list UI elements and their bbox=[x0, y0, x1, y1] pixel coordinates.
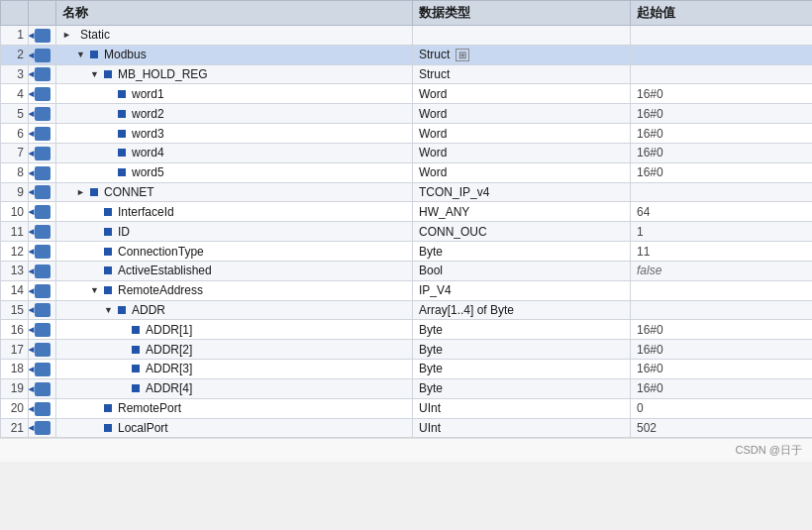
db-icon: ◄ bbox=[35, 29, 51, 43]
row-name-cell[interactable]: word1 bbox=[56, 84, 413, 104]
expand-arrow-icon[interactable]: ► bbox=[76, 187, 88, 197]
row-icon-cell: ◄ bbox=[29, 398, 56, 418]
row-name-cell[interactable]: ADDR[2] bbox=[56, 340, 413, 360]
col-header-num bbox=[1, 1, 29, 26]
row-icon-cell: ◄ bbox=[29, 162, 56, 182]
row-type-cell: Byte bbox=[413, 242, 631, 262]
db-icon: ◄ bbox=[35, 147, 51, 160]
var-name: Static bbox=[80, 28, 110, 42]
row-icon-cell: ◄ bbox=[29, 84, 56, 104]
col-header-type: 数据类型 bbox=[413, 1, 631, 26]
row-name-cell[interactable]: ADDR[1] bbox=[56, 320, 413, 340]
row-init-cell: 16#0 bbox=[631, 360, 813, 379]
db-icon: ◄ bbox=[35, 284, 51, 298]
expand-arrow-icon[interactable]: ► bbox=[62, 30, 74, 40]
row-num: 14 bbox=[1, 280, 29, 300]
row-type-cell: Byte bbox=[413, 378, 631, 398]
row-num: 10 bbox=[1, 202, 29, 222]
row-type-cell: UInt bbox=[413, 398, 631, 418]
var-name: word3 bbox=[132, 127, 164, 141]
row-init-cell: 16#0 bbox=[631, 124, 813, 144]
var-name: ADDR[2] bbox=[146, 343, 192, 357]
var-name: word5 bbox=[132, 165, 164, 179]
row-type-cell: Word bbox=[413, 162, 631, 182]
expand-arrow-icon[interactable]: ▼ bbox=[90, 69, 102, 79]
row-num: 8 bbox=[1, 162, 29, 182]
var-type-icon bbox=[90, 51, 98, 58]
row-name-cell[interactable]: ActiveEstablished bbox=[56, 261, 413, 280]
table-body: 1◄►Static2◄▼ModbusStruct⊞3◄▼MB_HOLD_REGS… bbox=[1, 26, 813, 438]
row-name-cell[interactable]: ►CONNET bbox=[56, 182, 413, 202]
row-name-cell[interactable]: word3 bbox=[56, 124, 413, 144]
row-icon-cell: ◄ bbox=[29, 320, 56, 340]
var-type-icon bbox=[118, 130, 126, 138]
row-name-cell[interactable]: word2 bbox=[56, 104, 413, 124]
row-num: 2 bbox=[1, 45, 29, 64]
row-init-cell bbox=[631, 300, 813, 320]
row-num: 19 bbox=[1, 378, 29, 398]
var-name: ID bbox=[118, 225, 130, 239]
row-icon-cell: ◄ bbox=[29, 64, 56, 84]
row-name-cell[interactable]: ADDR[4] bbox=[56, 378, 413, 398]
row-num: 20 bbox=[1, 398, 29, 418]
row-name-cell[interactable]: word4 bbox=[56, 143, 413, 162]
row-icon-cell: ◄ bbox=[29, 45, 56, 64]
db-icon: ◄ bbox=[35, 107, 51, 121]
var-type-icon bbox=[90, 188, 98, 196]
var-type-icon bbox=[118, 168, 126, 176]
row-name-cell[interactable]: word5 bbox=[56, 162, 413, 182]
row-name-cell[interactable]: ▼Modbus bbox=[56, 45, 413, 64]
row-num: 4 bbox=[1, 84, 29, 104]
row-icon-cell: ◄ bbox=[29, 124, 56, 144]
row-name-cell[interactable]: ADDR[3] bbox=[56, 360, 413, 379]
row-type-cell: Byte bbox=[413, 340, 631, 360]
grid-icon[interactable]: ⊞ bbox=[456, 49, 469, 61]
row-num: 15 bbox=[1, 300, 29, 320]
row-name-cell[interactable]: RemotePort bbox=[56, 398, 413, 418]
row-init-cell: 0 bbox=[631, 398, 813, 418]
row-icon-cell: ◄ bbox=[29, 143, 56, 162]
expand-arrow-icon[interactable]: ▼ bbox=[90, 285, 102, 295]
var-type-icon bbox=[132, 346, 140, 354]
row-name-cell[interactable]: ConnectionType bbox=[56, 242, 413, 262]
var-type-icon bbox=[118, 90, 126, 98]
expand-arrow-icon[interactable]: ▼ bbox=[76, 50, 88, 59]
row-name-cell[interactable]: ►Static bbox=[56, 26, 413, 46]
var-name: RemoteAddress bbox=[118, 283, 203, 297]
row-num: 7 bbox=[1, 143, 29, 162]
row-num: 18 bbox=[1, 360, 29, 379]
row-name-cell[interactable]: ▼RemoteAddress bbox=[56, 280, 413, 300]
var-type-icon bbox=[132, 365, 140, 372]
row-type-cell: Bool bbox=[413, 261, 631, 280]
row-init-cell: 64 bbox=[631, 202, 813, 222]
expand-arrow-icon[interactable]: ▼ bbox=[104, 305, 116, 315]
row-type-cell: HW_ANY bbox=[413, 202, 631, 222]
row-type-cell: CONN_OUC bbox=[413, 222, 631, 242]
row-init-cell: 16#0 bbox=[631, 104, 813, 124]
db-icon: ◄ bbox=[35, 323, 51, 337]
var-name: RemotePort bbox=[118, 401, 181, 415]
db-icon: ◄ bbox=[35, 87, 51, 101]
data-table: 名称 数据类型 起始值 1◄►Static2◄▼ModbusStruct⊞3◄▼… bbox=[0, 0, 812, 438]
row-init-cell bbox=[631, 280, 813, 300]
row-type-cell: Word bbox=[413, 84, 631, 104]
row-name-cell[interactable]: ID bbox=[56, 222, 413, 242]
row-name-cell[interactable]: InterfaceId bbox=[56, 202, 413, 222]
var-name: InterfaceId bbox=[118, 205, 174, 219]
row-name-cell[interactable]: LocalPort bbox=[56, 418, 413, 438]
var-type-icon bbox=[104, 248, 112, 256]
db-icon: ◄ bbox=[35, 185, 51, 199]
var-name: word4 bbox=[132, 146, 164, 159]
row-init-cell: 16#0 bbox=[631, 162, 813, 182]
row-type-cell: Word bbox=[413, 104, 631, 124]
db-icon: ◄ bbox=[35, 421, 51, 435]
db-icon: ◄ bbox=[35, 166, 51, 180]
row-num: 11 bbox=[1, 222, 29, 242]
row-init-cell bbox=[631, 182, 813, 202]
row-name-cell[interactable]: ▼MB_HOLD_REG bbox=[56, 64, 413, 84]
main-table-container: 名称 数据类型 起始值 1◄►Static2◄▼ModbusStruct⊞3◄▼… bbox=[0, 0, 812, 462]
row-init-cell: 11 bbox=[631, 242, 813, 262]
row-icon-cell: ◄ bbox=[29, 202, 56, 222]
var-type-icon bbox=[104, 228, 112, 236]
row-name-cell[interactable]: ▼ADDR bbox=[56, 300, 413, 320]
